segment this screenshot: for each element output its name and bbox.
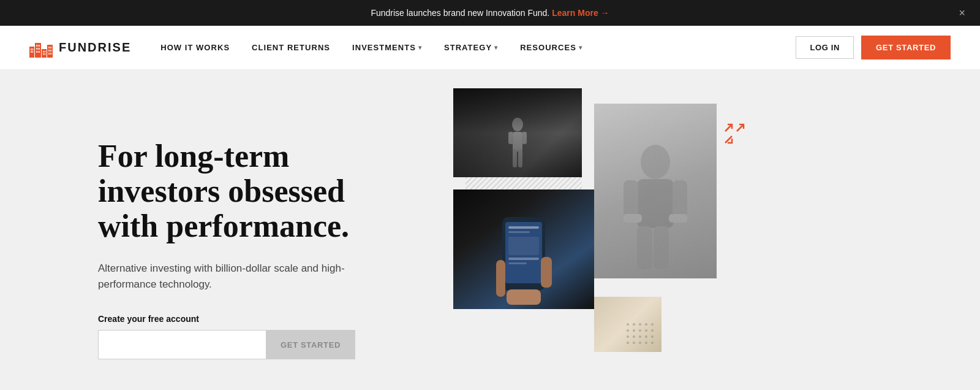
svg-line-68 <box>725 124 732 131</box>
svg-rect-13 <box>43 51 44 53</box>
svg-rect-40 <box>508 226 539 229</box>
svg-rect-14 <box>45 51 46 53</box>
nav-investments[interactable]: INVESTMENTS ▾ <box>352 43 422 52</box>
photo-small-inner <box>594 297 662 352</box>
logo-link[interactable]: FUNDRISE <box>29 38 131 58</box>
photo-phone-inner <box>453 189 594 309</box>
resources-chevron-icon: ▾ <box>579 44 582 51</box>
svg-rect-9 <box>39 48 40 50</box>
nav-resources[interactable]: RESOURCES ▾ <box>520 43 582 52</box>
hero-subheadline: Alternative investing with billion-dolla… <box>98 261 355 292</box>
svg-point-59 <box>633 335 635 338</box>
svg-rect-22 <box>48 53 50 55</box>
svg-rect-43 <box>508 258 539 260</box>
svg-point-51 <box>645 323 647 326</box>
svg-point-52 <box>651 323 654 326</box>
svg-point-67 <box>651 342 654 344</box>
nav-links: HOW IT WORKS CLIENT RETURNS INVESTMENTS … <box>160 43 796 52</box>
svg-rect-16 <box>45 53 46 55</box>
svg-rect-19 <box>50 47 51 48</box>
strategy-chevron-icon: ▾ <box>494 44 498 51</box>
login-button[interactable]: LOG IN <box>796 36 854 59</box>
svg-point-53 <box>627 329 629 332</box>
expand-arrows-icon <box>723 122 746 145</box>
svg-point-61 <box>645 335 647 338</box>
svg-rect-6 <box>36 45 38 47</box>
svg-line-70 <box>725 136 732 143</box>
svg-point-60 <box>639 335 641 338</box>
svg-point-55 <box>639 329 641 332</box>
svg-rect-20 <box>48 50 50 52</box>
svg-rect-23 <box>50 53 51 55</box>
svg-rect-41 <box>508 231 530 233</box>
svg-point-58 <box>627 335 629 338</box>
hero-form: GET STARTED <box>98 330 355 359</box>
nav-client-returns[interactable]: CLIENT RETURNS <box>252 43 330 52</box>
svg-rect-2 <box>32 48 34 50</box>
photo-phone <box>453 189 594 309</box>
svg-point-63 <box>627 342 629 344</box>
nav-strategy[interactable]: STRATEGY ▾ <box>444 43 498 52</box>
svg-rect-42 <box>508 237 539 255</box>
photo-man-inner <box>594 104 717 278</box>
svg-rect-10 <box>36 51 38 53</box>
svg-line-69 <box>737 124 744 131</box>
svg-point-50 <box>639 323 641 326</box>
announcement-text: Fundrise launches brand new Innovation F… <box>371 8 549 18</box>
svg-rect-15 <box>43 53 44 55</box>
svg-rect-7 <box>39 45 40 47</box>
svg-rect-44 <box>508 262 527 264</box>
svg-point-57 <box>651 329 654 332</box>
svg-rect-21 <box>50 50 51 52</box>
svg-point-56 <box>645 329 647 332</box>
logo-text: FUNDRISE <box>59 40 131 55</box>
navbar: FUNDRISE HOW IT WORKS CLIENT RETURNS INV… <box>0 26 980 70</box>
hero-headline: For long-term investors obsessed with pe… <box>98 139 368 244</box>
hero-left: For long-term investors obsessed with pe… <box>0 70 417 390</box>
close-announcement-button[interactable]: × <box>959 7 965 18</box>
expand-icon <box>723 122 746 148</box>
photo-woman-inner <box>453 88 582 177</box>
photo-small <box>594 297 662 352</box>
hero-form-submit-button[interactable]: GET STARTED <box>266 330 355 359</box>
photo-collage <box>417 70 980 390</box>
svg-rect-4 <box>32 51 34 53</box>
nav-how-it-works[interactable]: HOW IT WORKS <box>160 43 230 52</box>
svg-point-64 <box>633 342 635 344</box>
svg-rect-46 <box>507 289 541 305</box>
hero-cta-label: Create your free account <box>98 314 368 324</box>
phone-hand-icon <box>481 211 567 309</box>
svg-rect-17 <box>47 45 53 58</box>
svg-rect-11 <box>39 51 40 53</box>
svg-point-48 <box>627 323 629 326</box>
hero-section: For long-term investors obsessed with pe… <box>0 70 980 390</box>
svg-rect-1 <box>31 48 32 50</box>
hero-right <box>417 70 980 390</box>
svg-point-66 <box>645 342 647 344</box>
learn-more-link[interactable]: Learn More → <box>552 8 609 18</box>
photo-man <box>594 104 717 278</box>
nav-actions: LOG IN GET STARTED <box>796 36 951 59</box>
investments-chevron-icon: ▾ <box>418 44 422 51</box>
svg-rect-47 <box>541 257 552 288</box>
announcement-bar: Fundrise launches brand new Innovation F… <box>0 0 980 26</box>
svg-rect-5 <box>35 43 41 58</box>
fundrise-logo-icon <box>29 38 53 58</box>
dots-pattern-icon <box>622 318 658 349</box>
photo-woman <box>453 88 582 177</box>
svg-point-65 <box>639 342 641 344</box>
svg-rect-3 <box>31 51 32 53</box>
get-started-nav-button[interactable]: GET STARTED <box>861 36 951 59</box>
svg-rect-18 <box>48 47 50 48</box>
arrow-icon: → <box>601 8 609 18</box>
svg-point-54 <box>633 329 635 332</box>
svg-rect-45 <box>496 260 505 297</box>
svg-rect-8 <box>36 48 38 50</box>
email-input[interactable] <box>98 330 266 359</box>
svg-point-49 <box>633 323 635 326</box>
svg-point-62 <box>651 335 654 338</box>
